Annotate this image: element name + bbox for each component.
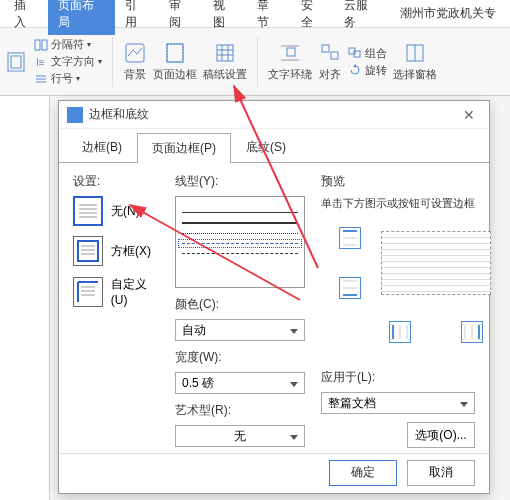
svg-rect-19 (322, 45, 329, 52)
options-button[interactable]: 选项(O)... (407, 422, 475, 448)
separator (112, 37, 113, 87)
menu-security[interactable]: 安全 (291, 0, 335, 35)
ribbon-manuscript[interactable]: 稿纸设置 (203, 41, 247, 82)
ribbon-selpane[interactable]: 选择窗格 (393, 41, 437, 82)
dialog-icon (67, 107, 83, 123)
tab-pageborder[interactable]: 页面边框(P) (137, 133, 231, 163)
svg-rect-10 (167, 44, 183, 62)
ribbon-lineno[interactable]: 行号▾ (34, 71, 102, 86)
preview-label: 预览 (321, 173, 475, 190)
preview-area (321, 221, 475, 351)
preview-top-btn[interactable] (339, 227, 361, 249)
menu-cloud[interactable]: 云服务 (334, 0, 390, 35)
setting-custom[interactable]: 自定义(U) (73, 276, 163, 307)
preview-box (381, 231, 491, 295)
ribbon-pageborder[interactable]: 页面边框 (153, 41, 197, 82)
art-dropdown[interactable]: 无 (175, 425, 305, 447)
ribbon-background[interactable]: 背景 (123, 41, 147, 82)
svg-rect-16 (287, 48, 295, 56)
doc-title: 潮州市党政机关专 (390, 1, 506, 26)
svg-text:I≡: I≡ (36, 57, 45, 68)
menu-references[interactable]: 引用 (115, 0, 159, 35)
menu-review[interactable]: 审阅 (159, 0, 203, 35)
setting-none[interactable]: 无(N) (73, 196, 163, 226)
svg-rect-20 (331, 52, 338, 59)
ribbon-wrap[interactable]: 文字环绕 (268, 41, 312, 82)
dialog-tabs: 边框(B) 页面边框(P) 底纹(S) (59, 133, 489, 163)
svg-rect-9 (167, 44, 183, 62)
preview-desc: 单击下方图示或按钮可设置边框 (321, 196, 475, 211)
color-dropdown[interactable]: 自动 (175, 319, 305, 341)
preview-bottom-btn[interactable] (339, 277, 361, 299)
width-dropdown[interactable]: 0.5 磅 (175, 372, 305, 394)
border-shading-dialog: 边框和底纹 ✕ 边框(B) 页面边框(P) 底纹(S) 设置: 无(N) 方框(… (58, 100, 490, 494)
ribbon-textdir[interactable]: I≡文字方向▾ (34, 54, 102, 69)
titlebar: 边框和底纹 ✕ (59, 101, 489, 129)
svg-rect-1 (11, 56, 21, 68)
tab-shading[interactable]: 底纹(S) (231, 132, 301, 162)
svg-rect-29 (78, 241, 98, 261)
preview-right-btn[interactable] (461, 321, 483, 343)
close-button[interactable]: ✕ (457, 105, 481, 125)
ribbon-rotate[interactable]: 旋转 (348, 63, 387, 78)
applyto-label: 应用于(L): (321, 369, 475, 386)
document-area (0, 96, 50, 500)
linestyle-label: 线型(Y): (175, 173, 309, 190)
tab-border[interactable]: 边框(B) (67, 132, 137, 162)
separator (257, 37, 258, 87)
setting-custom-label: 自定义(U) (111, 276, 163, 307)
menu-pagelayout[interactable]: 页面布局 (48, 0, 116, 35)
ribbon-breaks[interactable]: 分隔符▾ (34, 37, 102, 52)
menu-section[interactable]: 章节 (247, 0, 291, 35)
svg-rect-11 (217, 45, 233, 61)
setting-box[interactable]: 方框(X) (73, 236, 163, 266)
ribbon-align[interactable]: 对齐 (318, 41, 342, 82)
preview-left-btn[interactable] (389, 321, 411, 343)
art-label: 艺术型(R): (175, 402, 309, 419)
applyto-dropdown[interactable]: 整篇文档 (321, 392, 475, 414)
setting-box-label: 方框(X) (111, 243, 151, 260)
ok-button[interactable]: 确定 (329, 460, 397, 486)
svg-rect-2 (35, 40, 40, 50)
setting-none-label: 无(N) (111, 203, 140, 220)
cancel-button[interactable]: 取消 (407, 460, 475, 486)
color-label: 颜色(C): (175, 296, 309, 313)
width-label: 宽度(W): (175, 349, 309, 366)
ribbon: 分隔符▾ I≡文字方向▾ 行号▾ 背景 页面边框 稿纸设置 文字环绕 对齐 组合… (0, 28, 510, 96)
menu-view[interactable]: 视图 (203, 0, 247, 35)
svg-rect-3 (42, 40, 47, 50)
menu-insert[interactable]: 插入 (4, 0, 48, 35)
linestyle-list[interactable] (175, 196, 305, 288)
menubar: 插入 页面布局 引用 审阅 视图 章节 安全 云服务 潮州市党政机关专 (0, 0, 510, 28)
ribbon-margins[interactable] (4, 50, 28, 74)
settings-label: 设置: (73, 173, 163, 190)
ribbon-group[interactable]: 组合 (348, 46, 387, 61)
svg-rect-8 (126, 44, 144, 62)
dialog-title: 边框和底纹 (89, 106, 149, 123)
